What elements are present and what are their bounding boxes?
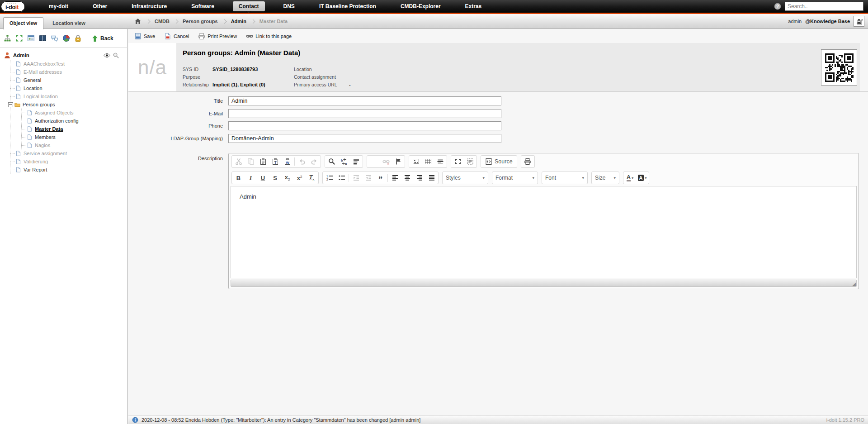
align-justify-button[interactable] (425, 172, 438, 183)
search-input[interactable] (785, 2, 863, 11)
tree-root-admin[interactable]: Admin (4, 51, 126, 60)
nav-item-infrastructure[interactable]: Infrastructure (126, 1, 173, 11)
num-list-button[interactable]: 12 (323, 172, 335, 183)
tree-item-master-data[interactable]: Master Data (22, 125, 126, 133)
select-all-button[interactable] (350, 156, 362, 167)
paste-text-button[interactable]: T (269, 156, 281, 167)
source-label: Source (495, 158, 513, 165)
remove-format-button[interactable]: Tx (306, 172, 318, 183)
anchor-button[interactable] (392, 156, 404, 167)
book-icon[interactable] (39, 34, 47, 42)
show-blocks-button[interactable] (464, 156, 476, 167)
info-value-sys-id: SYSID_1280838793 (212, 67, 265, 72)
paste-word-button[interactable]: W (281, 156, 293, 167)
eye-icon[interactable] (104, 52, 110, 59)
info-label-sys-id: SYS-ID (183, 67, 212, 72)
expand-icon[interactable] (15, 34, 23, 42)
e-mail-input[interactable] (228, 109, 501, 118)
chat-icon[interactable] (51, 34, 58, 42)
strike-button[interactable]: S (269, 172, 281, 183)
bold-button[interactable]: B (232, 172, 245, 183)
cancel-button[interactable]: Cancel (164, 33, 189, 40)
toolbar-separator (387, 174, 388, 182)
format-dropdown[interactable]: Format▾ (492, 172, 538, 184)
subscript-button[interactable]: x2 (281, 172, 293, 183)
lock-icon[interactable] (74, 34, 82, 42)
tree-item-person-groups[interactable]: Person groups (10, 100, 126, 109)
align-right-button[interactable] (413, 172, 425, 183)
tree-item-location[interactable]: Location (10, 84, 126, 92)
bg-color-button[interactable]: A▾ (636, 172, 648, 183)
find-button[interactable] (326, 156, 338, 167)
breadcrumb-admin[interactable]: Admin (231, 19, 246, 24)
nav-item-my-doit[interactable]: my-doit (43, 1, 74, 11)
source-button[interactable]: Source (481, 156, 516, 167)
collapse-toggle-icon[interactable] (8, 102, 13, 107)
resize-grip-icon[interactable]: ◢ (852, 282, 856, 286)
back-button[interactable]: Back (91, 35, 113, 42)
title-input[interactable] (228, 96, 501, 105)
nav-item-contact[interactable]: Contact (233, 1, 265, 11)
tree-icon[interactable] (4, 34, 11, 42)
ldap-group-mapping-input[interactable] (228, 134, 501, 143)
editor-button-group: ba (325, 155, 363, 168)
tree-item-logical-location[interactable]: Logical location (10, 92, 126, 100)
breadcrumb-cmdb[interactable]: CMDB (155, 19, 170, 24)
tree-item-aaacheckboxtest[interactable]: AAACheckboxTest (10, 60, 126, 68)
bullet-list-button[interactable] (335, 172, 348, 183)
font-dropdown[interactable]: Font▾ (542, 172, 588, 184)
styles-dropdown[interactable]: Styles▾ (442, 172, 488, 184)
nav-item-dns[interactable]: DNS (278, 1, 301, 11)
phone-input[interactable] (228, 121, 501, 130)
tree-item-validierung[interactable]: Validierung (10, 157, 126, 166)
tree-item-nagios[interactable]: Nagios (22, 141, 126, 149)
tree-root-actions (104, 52, 119, 59)
tree-item-general[interactable]: General (10, 76, 126, 84)
i-doit-logo[interactable]: ●●●●● i-do it (1, 1, 25, 12)
link-button[interactable] (368, 156, 380, 167)
form-row-ldap-group-mapping: LDAP-Group (Mapping) (128, 134, 501, 143)
sidebar-tab-location-view[interactable]: Location view (47, 18, 91, 29)
print-button[interactable] (522, 156, 534, 167)
sidebar-tab-object-view[interactable]: Object view (3, 17, 43, 29)
home-icon[interactable] (134, 18, 142, 25)
calendar-icon[interactable] (27, 34, 35, 42)
image-button[interactable] (410, 156, 422, 167)
table-button[interactable] (422, 156, 434, 167)
quote-button[interactable]: ” (374, 172, 387, 183)
horizontal-line-button[interactable] (434, 156, 446, 167)
tree-item-authorization-config[interactable]: Authorization config (22, 117, 126, 125)
help-icon[interactable]: ? (774, 3, 781, 10)
nav-item-software[interactable]: Software (185, 1, 220, 11)
maximize-button[interactable] (452, 156, 464, 167)
tree-item-service-assignment[interactable]: Service assignment (10, 149, 126, 157)
external-link-icon[interactable] (857, 19, 863, 25)
nav-item-other[interactable]: Other (87, 1, 113, 11)
underline-button[interactable]: U (257, 172, 269, 183)
align-center-button[interactable] (401, 172, 413, 183)
paste-button[interactable] (257, 156, 269, 167)
magnifier-icon[interactable] (113, 52, 119, 59)
editor-content-area[interactable]: Admin (231, 186, 857, 278)
nav-item-extras[interactable]: Extras (459, 1, 488, 11)
save-button[interactable]: Save (134, 33, 155, 40)
size-dropdown[interactable]: Size▾ (591, 172, 619, 184)
tree-item-members[interactable]: Members (22, 133, 126, 141)
tree-subbranch: Assigned ObjectsAuthorization configMast… (21, 109, 126, 149)
field-label-ldap-group-mapping: LDAP-Group (Mapping) (128, 136, 228, 141)
italic-button[interactable]: I (245, 172, 257, 183)
pie-chart-icon[interactable] (62, 34, 70, 42)
print-preview-button[interactable]: Print Preview (198, 33, 237, 40)
tree-item-e-mail-addresses[interactable]: E-Mail addresses (10, 68, 126, 76)
link-to-this-page-button[interactable]: Link to this page (246, 33, 292, 40)
nav-item-it-baseline-protection[interactable]: IT Baseline Protection (313, 1, 382, 11)
text-color-button[interactable]: A▾ (624, 172, 636, 183)
tree-item-assigned-objects[interactable]: Assigned Objects (22, 109, 126, 117)
replace-button[interactable]: ba (338, 156, 350, 167)
nav-item-cmdb-explorer[interactable]: CMDB-Explorer (395, 1, 447, 11)
breadcrumb-person-groups[interactable]: Person groups (183, 19, 218, 24)
align-left-button[interactable] (389, 172, 401, 183)
tree-item-var-report[interactable]: Var Report (10, 166, 126, 174)
tree-item-label: AAACheckboxTest (24, 61, 65, 67)
superscript-button[interactable]: x2 (293, 172, 306, 183)
